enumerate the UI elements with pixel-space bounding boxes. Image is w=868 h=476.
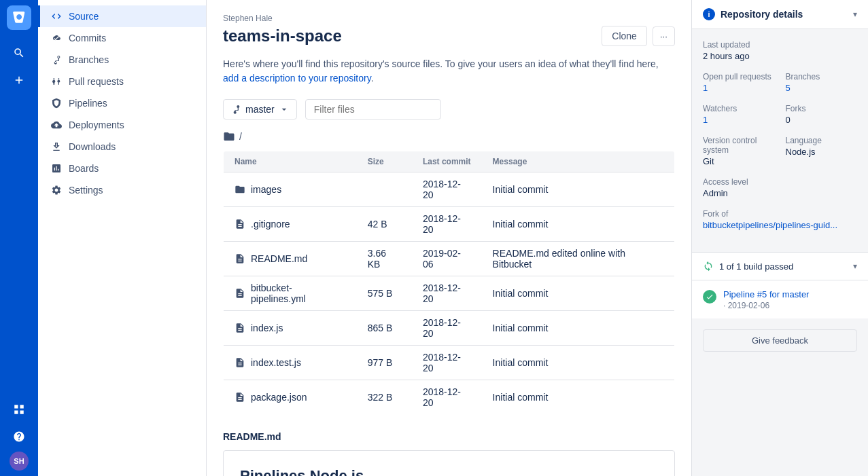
give-feedback-button[interactable]: Give feedback xyxy=(703,329,857,352)
boards-icon xyxy=(51,163,62,174)
sidebar-item-source[interactable]: Source xyxy=(38,5,206,27)
file-name-cell: index.js xyxy=(224,311,357,346)
build-chevron-icon[interactable]: ▾ xyxy=(853,261,857,271)
language-label: Language xyxy=(786,136,858,145)
filter-files-input[interactable] xyxy=(305,99,441,120)
repo-description: Here's where you'll find this repository… xyxy=(223,57,675,86)
file-table: Name Size Last commit Message images 201… xyxy=(223,151,675,415)
col-header-name: Name xyxy=(224,151,357,172)
sidebar-item-deployments-label: Deployments xyxy=(69,120,124,130)
sidebar-item-branches[interactable]: Branches xyxy=(38,49,206,71)
breadcrumb: Stephen Hale xyxy=(223,14,675,23)
file-message: Initial commit xyxy=(482,172,675,207)
access-level-value: Admin xyxy=(703,188,857,198)
sidebar-item-boards-label: Boards xyxy=(69,163,99,174)
sidebar-item-downloads-label: Downloads xyxy=(69,141,116,152)
file-last-commit: 2018-12-20 xyxy=(412,172,482,207)
file-size: 575 B xyxy=(357,276,412,311)
forks-col: Forks 0 xyxy=(786,104,858,125)
fork-of-link[interactable]: bitbucketpipelines/pipelines-guid... xyxy=(703,220,837,230)
main-content: Stephen Hale teams-in-space Clone ··· He… xyxy=(207,0,691,476)
right-panel: i Repository details ▾ Last updated 2 ho… xyxy=(691,0,868,476)
grid-icon[interactable] xyxy=(7,397,31,422)
watchers-forks-row: Watchers 1 Forks 0 xyxy=(703,104,857,125)
file-message: README.md edited online with Bitbucket xyxy=(482,242,675,276)
col-header-message: Message xyxy=(482,151,675,172)
user-avatar[interactable]: SH xyxy=(10,452,29,471)
readme-header: README.md xyxy=(223,431,675,442)
branch-name: master xyxy=(245,104,275,115)
sidebar-item-commits[interactable]: Commits xyxy=(38,27,206,49)
build-header-left: 1 of 1 build passed xyxy=(703,261,793,272)
file-link[interactable]: .gitignore xyxy=(251,219,290,230)
build-success-icon xyxy=(703,290,716,304)
file-name-cell: index.test.js xyxy=(224,346,357,380)
file-link[interactable]: images xyxy=(251,184,281,195)
watchers-col: Watchers 1 xyxy=(703,104,775,125)
open-pr-link[interactable]: 1 xyxy=(703,83,708,93)
language-col: Language Node.js xyxy=(786,136,858,166)
pipelines-icon xyxy=(51,98,62,109)
file-size: 977 B xyxy=(357,346,412,380)
app-logo[interactable] xyxy=(7,5,31,30)
repo-actions: Clone ··· xyxy=(602,26,675,46)
last-updated-label: Last updated xyxy=(703,40,857,50)
pr-icon xyxy=(51,76,62,87)
right-panel-header: i Repository details ▾ xyxy=(692,0,868,29)
branches-col: Branches 5 xyxy=(786,72,858,93)
table-row: bitbucket-pipelines.yml 575 B 2018-12-20… xyxy=(224,276,675,311)
table-row: images 2018-12-20 Initial commit xyxy=(224,172,675,207)
sidebar-item-pull-requests-label: Pull requests xyxy=(69,76,124,87)
main-area: Stephen Hale teams-in-space Clone ··· He… xyxy=(207,0,691,476)
table-row: package.json 322 B 2018-12-20 Initial co… xyxy=(224,380,675,415)
file-message: Initial commit xyxy=(482,276,675,311)
fork-of-value: bitbucketpipelines/pipelines-guid... xyxy=(703,220,857,230)
file-message: Initial commit xyxy=(482,346,675,380)
folder-icon xyxy=(223,130,235,143)
sidebar-item-downloads[interactable]: Downloads xyxy=(38,136,206,158)
file-message: Initial commit xyxy=(482,207,675,242)
sidebar-item-deployments[interactable]: Deployments xyxy=(38,114,206,136)
chevron-down-icon xyxy=(279,104,290,115)
repo-header: Stephen Hale teams-in-space Clone ··· xyxy=(223,14,675,46)
sidebar-item-boards[interactable]: Boards xyxy=(38,158,206,179)
settings-icon xyxy=(51,185,62,196)
file-link[interactable]: README.md xyxy=(251,253,307,264)
sidebar-item-pipelines[interactable]: Pipelines xyxy=(38,92,206,114)
sidebar-item-pull-requests[interactable]: Pull requests xyxy=(38,71,206,92)
branches-label: Branches xyxy=(786,72,858,81)
file-link[interactable]: package.json xyxy=(251,392,307,403)
downloads-icon xyxy=(51,141,62,152)
file-link[interactable]: index.test.js xyxy=(251,357,301,368)
create-button[interactable] xyxy=(7,68,31,92)
file-link[interactable]: index.js xyxy=(251,323,283,333)
repo-title: teams-in-space xyxy=(223,26,342,45)
file-last-commit: 2018-12-20 xyxy=(412,276,482,311)
sidebar-item-settings[interactable]: Settings xyxy=(38,179,206,201)
file-size: 42 B xyxy=(357,207,412,242)
more-button[interactable]: ··· xyxy=(653,26,675,46)
file-name-cell: package.json xyxy=(224,380,357,415)
vcs-language-row: Version control system Git Language Node… xyxy=(703,136,857,166)
build-header[interactable]: 1 of 1 build passed ▾ xyxy=(692,252,868,280)
search-button[interactable] xyxy=(7,41,31,65)
pr-branches-row: Open pull requests 1 Branches 5 xyxy=(703,72,857,93)
icon-bar: SH xyxy=(0,0,38,476)
branch-selector[interactable]: master xyxy=(223,99,297,120)
question-icon[interactable] xyxy=(7,424,31,449)
watchers-link[interactable]: 1 xyxy=(703,115,708,125)
sidebar-item-commits-label: Commits xyxy=(69,33,106,43)
vcs-value: Git xyxy=(703,156,775,166)
file-name-cell: images xyxy=(224,172,357,207)
branches-link[interactable]: 5 xyxy=(786,83,791,93)
repo-details-title: Repository details xyxy=(721,9,803,20)
table-row: .gitignore 42 B 2018-12-20 Initial commi… xyxy=(224,207,675,242)
description-link[interactable]: add a description to your repository xyxy=(223,73,371,84)
clone-button[interactable]: Clone xyxy=(602,26,647,46)
sidebar-nav: Source Commits Branches Pull requests Pi… xyxy=(38,0,206,206)
repo-toolbar: master xyxy=(223,99,675,120)
pipeline-link[interactable]: Pipeline #5 for master xyxy=(723,289,809,299)
file-link[interactable]: bitbucket-pipelines.yml xyxy=(251,282,346,304)
chevron-icon[interactable]: ▾ xyxy=(853,10,857,19)
open-pr-value: 1 xyxy=(703,83,775,93)
